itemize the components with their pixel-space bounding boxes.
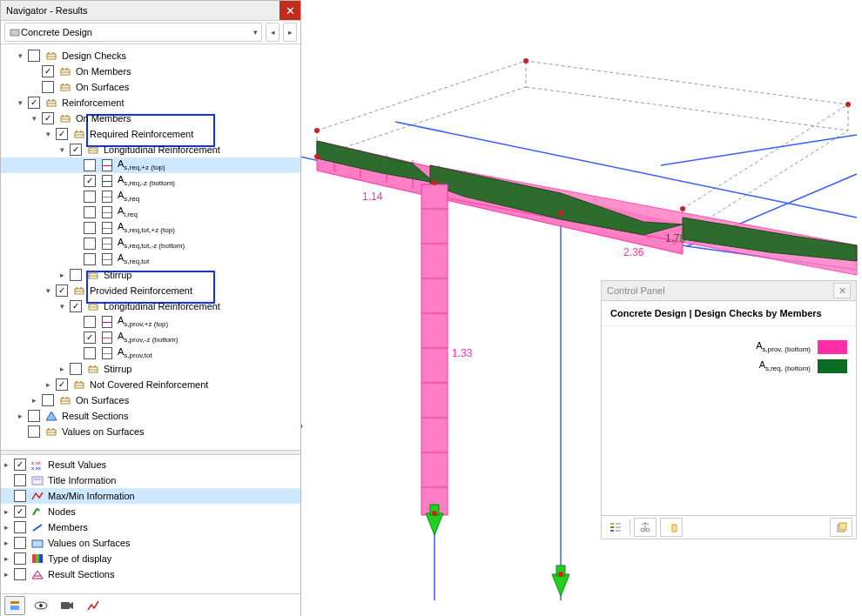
checkbox[interactable] [28,50,40,62]
checkbox[interactable] [84,191,96,203]
tree-item[interactable]: On Members [1,64,300,79]
caret-closed-icon[interactable]: ▸ [1,539,11,547]
tree-item[interactable]: ▸Result Sections [1,566,300,582]
tree-item[interactable]: As,req,tot,-z (bottom) [1,236,300,251]
caret-closed-icon[interactable]: ▸ [57,271,67,279]
checkbox[interactable] [14,552,26,565]
tree-item[interactable]: ▸Nodes [1,504,300,519]
tree-item-label: As,prov,-z (bottom) [116,331,178,344]
checkbox[interactable] [84,238,96,250]
tree-item[interactable]: ▸Type of display [1,551,300,566]
checkbox[interactable] [14,474,26,486]
display-tree[interactable]: ▸x.xxx.xxResult ValuesTitle InformationM… [1,455,300,593]
caret-closed-icon[interactable]: ▸ [1,507,11,516]
checkbox[interactable] [84,347,96,359]
tree-item[interactable]: Max/Min Information [1,488,300,504]
caret-closed-icon[interactable]: ▸ [1,523,11,532]
tree-item[interactable]: ▸Values on Surfaces [1,535,300,551]
tree-item[interactable]: Values on Surfaces [1,424,300,439]
tool-filter[interactable] [4,596,25,615]
tree-item[interactable]: ▸Not Covered Reinforcement [1,377,300,392]
caret-open-icon[interactable]: ▾ [57,145,67,154]
tree-item[interactable]: ▾Required Reinforcement [1,126,300,142]
next-button[interactable]: ▸ [283,23,297,42]
checkbox[interactable] [84,331,96,344]
caret-open-icon[interactable]: ▾ [43,286,53,295]
tree-item[interactable]: ▸On Surfaces [1,392,300,408]
checkbox[interactable] [14,568,26,580]
caret-open-icon[interactable]: ▾ [15,98,25,107]
checkbox[interactable] [14,506,26,518]
tree-item[interactable]: ▸x.xxx.xxResult Values [1,457,300,472]
checkbox[interactable] [56,285,68,297]
checkbox[interactable] [14,459,26,471]
tree-item[interactable]: ▸Stirrup [1,361,300,377]
checkbox[interactable] [84,222,96,234]
tree-item[interactable]: Title Information [1,472,300,488]
tree-item[interactable]: As,prov,tot [1,345,300,361]
tree-item[interactable]: ▾Longitudinal Reinforcement [1,298,300,314]
checkbox[interactable] [28,425,40,438]
navigator-close-button[interactable]: ✕ [279,1,300,20]
caret-open-icon[interactable]: ▾ [57,302,67,311]
cp-copy-button[interactable] [830,518,852,537]
checkbox[interactable] [70,144,82,156]
caret-closed-icon[interactable]: ▸ [1,460,11,469]
checkbox[interactable] [56,128,68,140]
checkbox[interactable] [28,410,40,422]
tree-item[interactable]: ▸Members [1,519,300,535]
checkbox[interactable] [42,394,54,406]
checkbox[interactable] [84,206,96,218]
tool-camera[interactable] [57,596,77,615]
caret-closed-icon[interactable]: ▸ [57,365,67,373]
tree-item[interactable]: As,req,+z (top) [1,157,300,173]
cp-legend-button[interactable] [605,519,626,536]
tree-item[interactable]: ▾Provided Reinforcement [1,283,300,298]
caret-closed-icon[interactable]: ▸ [29,396,39,405]
tool-graph[interactable] [83,596,104,615]
checkbox[interactable] [14,490,26,502]
checkbox[interactable] [70,269,82,281]
checkbox[interactable] [84,159,96,171]
tree-item[interactable]: ▸Result Sections [1,408,300,424]
caret-open-icon[interactable]: ▾ [15,51,25,60]
checkbox[interactable] [70,300,82,312]
tree-item[interactable]: As,prov,+z (top) [1,314,300,330]
checkbox[interactable] [84,253,96,265]
caret-open-icon[interactable]: ▾ [29,114,39,123]
checkbox[interactable] [14,521,26,533]
caret-closed-icon[interactable]: ▸ [43,380,53,389]
tree-item[interactable]: As,req [1,189,300,204]
checkbox[interactable] [28,97,40,109]
tree-item[interactable]: ▾Design Checks [1,48,300,64]
tree-item[interactable]: On Surfaces [1,79,300,95]
tree-item[interactable]: ▾On Members [1,110,300,126]
caret-closed-icon[interactable]: ▸ [1,570,11,579]
caret-closed-icon[interactable]: ▸ [1,554,11,563]
checkbox[interactable] [84,316,96,328]
tool-eye[interactable] [30,596,51,615]
tree-item[interactable]: ▾Longitudinal Reinforcement [1,142,300,157]
caret-open-icon[interactable]: ▾ [43,130,53,138]
tree-item[interactable]: As,req,tot [1,251,300,267]
tree-item[interactable]: Al,req [1,204,300,220]
checkbox[interactable] [84,175,96,187]
mode-select[interactable]: Concrete Design ▾ [4,23,262,42]
caret-closed-icon[interactable]: ▸ [15,412,25,420]
checkbox[interactable] [14,537,26,549]
tree-item[interactable]: As,prov,-z (bottom) [1,330,300,345]
checkbox[interactable] [42,81,54,93]
tree-item[interactable]: ▸Stirrup [1,267,300,283]
checkbox[interactable] [42,112,54,124]
checkbox[interactable] [42,65,54,77]
cp-close-button[interactable]: ✕ [833,283,851,298]
tree-item[interactable]: ▾Reinforcement [1,95,300,110]
prev-button[interactable]: ◂ [266,23,279,42]
cp-scale-button[interactable] [634,518,657,537]
cp-settings-button[interactable] [660,518,683,537]
tree-item[interactable]: As,req,-z (bottom) [1,173,300,189]
checkbox[interactable] [56,378,68,391]
tree-item[interactable]: As,req,tot,+z (top) [1,220,300,236]
checkbox[interactable] [70,363,82,375]
results-tree[interactable]: ▾Design ChecksOn MembersOn Surfaces▾Rein… [1,44,300,450]
